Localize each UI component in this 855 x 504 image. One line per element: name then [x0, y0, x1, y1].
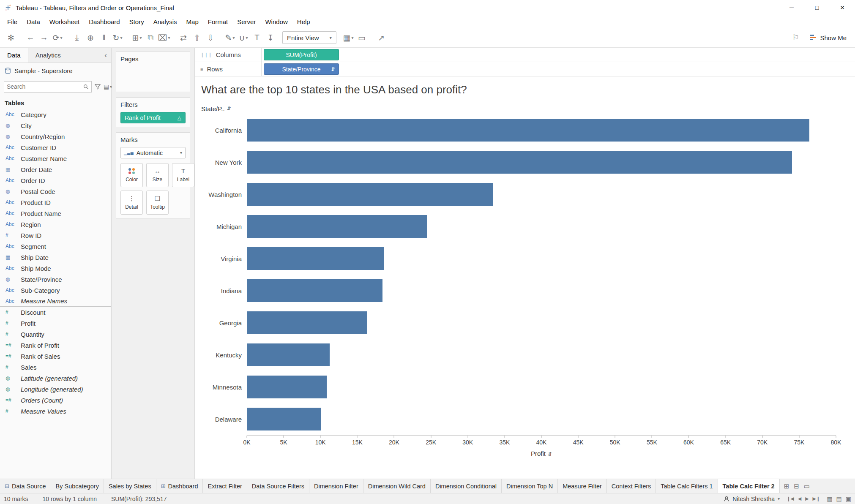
search-input[interactable]	[7, 83, 83, 90]
filmstrip-button[interactable]: ▤	[836, 496, 842, 502]
profit-bar[interactable]	[247, 279, 382, 302]
profit-bar[interactable]	[247, 119, 809, 142]
bar-category-label[interactable]: Indiana	[200, 275, 247, 307]
field-item[interactable]: Abc Customer Name	[0, 153, 111, 164]
row-field-header[interactable]: State/P.. ⇵	[200, 103, 855, 114]
view-options-icon[interactable]: ▤▾	[104, 83, 112, 90]
new-story-button[interactable]: ▭	[804, 482, 810, 490]
field-item[interactable]: =# Rank of Profit	[0, 340, 111, 351]
field-item[interactable]: ◍ Latitude (generated)	[0, 373, 111, 384]
field-item[interactable]: ◍ Country/Region	[0, 131, 111, 142]
field-item[interactable]: Abc Segment	[0, 241, 111, 252]
presentation-mode-icon[interactable]: ▭ ▾	[355, 30, 369, 45]
tab-analytics[interactable]: Analytics	[28, 48, 68, 63]
field-item[interactable]: ▦ Order Date	[0, 164, 111, 175]
datasource-row[interactable]: Sample - Superstore	[0, 63, 111, 78]
menu-item[interactable]: Window	[260, 15, 292, 28]
field-item[interactable]: ▦ Ship Date	[0, 252, 111, 263]
size-button[interactable]: ↔ Size	[146, 163, 169, 187]
field-item[interactable]: # Discount	[0, 307, 111, 318]
filter-pill-rank-of-profit[interactable]: Rank of Profit △	[120, 112, 186, 123]
tab-extract-filter[interactable]: Extract Filter	[203, 479, 247, 493]
profit-bar[interactable]	[247, 311, 367, 334]
run-auto-updates-icon[interactable]: ↻ ▾	[111, 30, 124, 45]
share-workbook-icon[interactable]: ↗ ▾	[374, 30, 388, 45]
new-worksheet-button[interactable]: ⊞	[784, 482, 789, 490]
mark-type-select[interactable]: ▁▃▅ Automatic ▾	[120, 147, 186, 158]
field-item[interactable]: # Row ID	[0, 230, 111, 241]
new-data-source-icon[interactable]: ⊕ ▾	[84, 30, 97, 45]
bar-category-label[interactable]: Georgia	[200, 307, 247, 339]
profit-bar[interactable]	[247, 408, 321, 430]
tab-measure-filter[interactable]: Measure Filter	[558, 479, 607, 493]
maximize-button[interactable]: □	[804, 0, 830, 15]
duplicate-sheet-icon[interactable]: ⧉ ▾	[144, 30, 157, 45]
field-item[interactable]: Abc Region	[0, 219, 111, 230]
profit-bar[interactable]	[247, 215, 427, 238]
profit-bar[interactable]	[247, 376, 327, 398]
profit-bar[interactable]	[247, 151, 792, 174]
x-axis-ticks[interactable]: 0K5K10K15K20K25K30K35K40K45K50K55K60K65K…	[247, 436, 836, 449]
tab-sales-by-states[interactable]: Sales by States	[104, 479, 156, 493]
sort-descending-icon[interactable]: ⇩ ▾	[204, 30, 217, 45]
tableau-start-icon[interactable]: ✻ ▾	[4, 30, 18, 45]
x-axis-title[interactable]: Profit	[531, 450, 546, 457]
minimize-button[interactable]: ─	[779, 0, 804, 15]
menu-item[interactable]: Dashboard	[84, 15, 124, 28]
first-sheet-button[interactable]: ❙◀	[787, 496, 794, 501]
show-hide-cards-icon[interactable]: ▦ ▾	[341, 30, 355, 45]
collapse-pane-icon[interactable]: ‹	[100, 48, 111, 63]
bar-category-label[interactable]: Delaware	[200, 403, 247, 435]
save-icon[interactable]: ⤓ ▾	[70, 30, 84, 45]
field-item[interactable]: # Profit	[0, 318, 111, 329]
menu-item[interactable]: Data	[22, 15, 45, 28]
bar-category-label[interactable]: Minnesota	[200, 371, 247, 403]
menu-item[interactable]: Format	[203, 15, 233, 28]
replay-icon[interactable]: ⟳ ▾	[51, 30, 64, 45]
field-item[interactable]: ◍ City	[0, 120, 111, 131]
new-dashboard-button[interactable]: ⊟	[794, 482, 799, 490]
tab-table-calc-filters-1[interactable]: Table Calc Filters 1	[656, 479, 718, 493]
tab-data-source-filters[interactable]: Data Source Filters	[247, 479, 309, 493]
pill-state-province[interactable]: State/Province ⇵	[264, 63, 339, 75]
field-item[interactable]: Abc Product ID	[0, 197, 111, 208]
tab-data-source[interactable]: ⊟ Data Source	[0, 479, 51, 493]
menu-item[interactable]: Worksheet	[45, 15, 84, 28]
field-item[interactable]: ◍ Longitude (generated)	[0, 384, 111, 395]
last-sheet-button[interactable]: ▶❙	[813, 496, 820, 501]
bar-category-label[interactable]: Washington	[200, 178, 247, 210]
rows-shelf[interactable]: ≡ Rows State/Province ⇵	[195, 62, 855, 76]
sort-icon[interactable]: ⇵	[548, 451, 552, 457]
tab-dimension-conditional[interactable]: Dimension Conditional	[431, 479, 502, 493]
bar-category-label[interactable]: California	[200, 114, 247, 146]
profit-bar[interactable]	[247, 183, 493, 206]
filter-fields-icon[interactable]	[95, 84, 101, 90]
field-item[interactable]: ◍ State/Province	[0, 274, 111, 285]
tooltip-button[interactable]: ❏ Tooltip	[146, 191, 169, 215]
fix-axes-icon[interactable]: ↧ ▾	[264, 30, 277, 45]
sort-ascending-icon[interactable]: ⇧ ▾	[190, 30, 204, 45]
highlight-icon[interactable]: ✎ ▾	[223, 30, 237, 45]
tab-dimension-filter[interactable]: Dimension Filter	[309, 479, 363, 493]
profit-bar[interactable]	[247, 247, 384, 270]
new-worksheet-icon[interactable]: ⊞ ▾	[130, 30, 144, 45]
field-item[interactable]: # Sales	[0, 362, 111, 373]
show-mark-labels-icon[interactable]: T ▾	[250, 30, 264, 45]
sheet-title[interactable]: What are the top 10 states in the USA ba…	[201, 83, 855, 96]
redo-icon[interactable]: → ▾	[37, 30, 51, 45]
search-box[interactable]	[4, 81, 92, 93]
columns-shelf[interactable]: ❘❘❘ Columns SUM(Profit)	[195, 48, 855, 62]
field-item[interactable]: ◍ Postal Code	[0, 186, 111, 197]
next-sheet-button[interactable]: ▶	[805, 496, 809, 501]
show-me-button[interactable]: Show Me	[806, 33, 851, 43]
field-item[interactable]: =# Orders (Count)	[0, 395, 111, 406]
menu-item[interactable]: Analysis	[149, 15, 182, 28]
field-item[interactable]: Abc Product Name	[0, 208, 111, 219]
field-item[interactable]: Abc Customer ID	[0, 142, 111, 153]
view-mode-select[interactable]: Entire View ▾	[282, 31, 336, 44]
slideshow-button[interactable]: ▣	[846, 496, 851, 502]
bar-category-label[interactable]: Virginia	[200, 242, 247, 275]
tab-context-filters[interactable]: Context Filters	[607, 479, 656, 493]
tab-dimension-top-n[interactable]: Dimension Top N	[502, 479, 558, 493]
sheet-sorter-button[interactable]: ▦	[827, 496, 832, 502]
